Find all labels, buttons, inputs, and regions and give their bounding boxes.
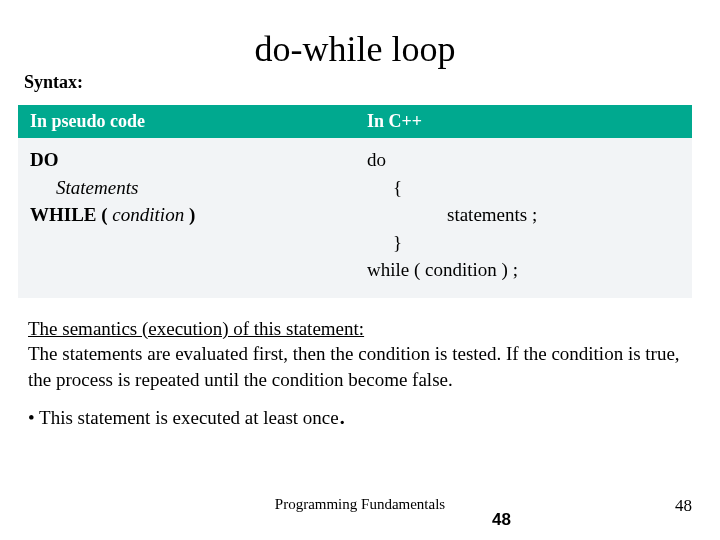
table-cell-pseudo: DO Statements WHILE ( condition )	[18, 138, 355, 298]
footer-page-bold: 48	[492, 510, 511, 530]
note-block: • This statement is executed at least on…	[28, 407, 686, 429]
footer-page-right: 48	[675, 496, 692, 516]
table-header-cpp: In C++	[355, 105, 692, 138]
cpp-close-brace: }	[367, 229, 680, 257]
footer-center-text: Programming Fundamentals	[0, 496, 720, 513]
table-cell-cpp: do { statements ; } while ( condition ) …	[355, 138, 692, 298]
semantics-heading: The semantics (execution) of this statem…	[28, 318, 364, 339]
syntax-table: In pseudo code In C++ DO Statements WHIL…	[18, 105, 692, 298]
pseudo-statements: Statements	[30, 174, 343, 202]
pseudo-while-suffix: )	[184, 204, 195, 225]
slide-footer: Programming Fundamentals 48 48	[0, 496, 720, 520]
pseudo-do: DO	[30, 149, 59, 170]
note-text: This statement is executed at least once	[39, 407, 339, 428]
pseudo-while-prefix: WHILE (	[30, 204, 112, 225]
cpp-do: do	[367, 149, 386, 170]
note-bullet: •	[28, 407, 39, 428]
cpp-while: while ( condition ) ;	[367, 259, 518, 280]
table-header-pseudo: In pseudo code	[18, 105, 355, 138]
semantics-body: The statements are evaluated first, then…	[28, 343, 680, 390]
semantics-block: The semantics (execution) of this statem…	[28, 316, 686, 393]
syntax-label: Syntax:	[24, 72, 692, 93]
note-period: .	[339, 399, 346, 430]
pseudo-while-cond: condition	[112, 204, 184, 225]
cpp-open-brace: {	[367, 174, 680, 202]
cpp-statements: statements ;	[367, 201, 680, 229]
slide-title: do-while loop	[18, 28, 692, 70]
